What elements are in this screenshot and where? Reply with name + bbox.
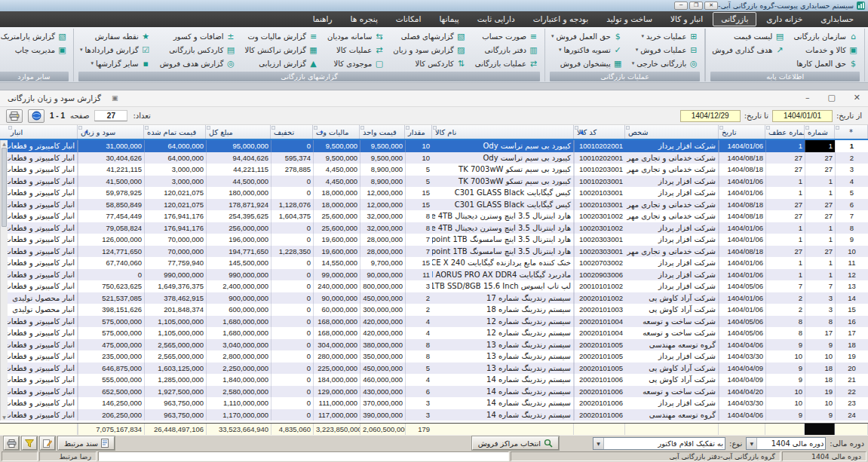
select-sales-centers-button[interactable]: انتخاب مراکز فروش (472, 436, 559, 450)
ribbon-item[interactable]: ⊟عملیات فروش▾ (630, 43, 701, 57)
ribbon-item[interactable]: ↗هدف گذاری فروش (710, 43, 786, 57)
table-row[interactable]: 171781404/05/06شرکت ساخت و توسعه20020101… (0, 327, 868, 339)
ribbon-item[interactable]: ▲گزارش ارزیابی (243, 57, 320, 70)
ribbon-tab[interactable]: انبار و کالا (662, 12, 711, 26)
ribbon-tab[interactable]: راهنما (305, 12, 341, 26)
ribbon-tab[interactable]: امکانات (388, 12, 430, 26)
close-button[interactable]: ✕ (704, 2, 718, 10)
ribbon-item[interactable]: ▣کالا و خدمات (792, 43, 860, 57)
column-header-qty[interactable]: مقدار (405, 125, 432, 139)
ribbon-item[interactable]: ▤لیست قیمت (710, 29, 786, 43)
filter-button[interactable] (22, 436, 37, 450)
chevron-down-icon[interactable]: ▼ (593, 438, 604, 449)
ribbon-item[interactable]: ☑گزارش قراردادها▾ (78, 43, 152, 57)
ribbon-item[interactable]: ▢موجودی کالا (326, 57, 385, 70)
ribbon-tab[interactable]: دارایی ثابت (469, 12, 523, 26)
ribbon-tab[interactable]: بازرگانی (713, 12, 756, 26)
table-row[interactable]: 9111404/01/06شرکت افزار پرداز10020303001… (0, 234, 868, 246)
ribbon-item[interactable]: ◎بازرگانی خارجی▾ (630, 57, 701, 70)
related-document-button[interactable]: سند مرتبط (58, 436, 115, 450)
table-row[interactable]: 11111404/01/06شرکت افزار پرداز1002070300… (0, 257, 868, 269)
table-row[interactable]: 16881404/05/06شرکت ساخت و توسعه200201010… (0, 316, 868, 328)
ribbon-tab[interactable]: حسابداری (812, 12, 862, 26)
ribbon-item[interactable]: ⌂سازمان بازرگانی (792, 29, 860, 43)
ribbon-item[interactable]: $حق العمل فروش▾ (550, 29, 624, 43)
table-row[interactable]: 13771404/05/06شرکت افزار پرداز2001010100… (0, 280, 868, 292)
table-row[interactable]: 327271404/08/18شرکت خدماتی و تجاری مهر10… (0, 164, 868, 176)
ribbon-item[interactable]: ▣مدیریت چاپ (0, 43, 69, 57)
minimize-button[interactable]: ─ (674, 2, 688, 10)
ribbon-item[interactable]: ⇄عملیات بازرگانی (474, 57, 540, 70)
column-header-ref[interactable]: شماره عطف (765, 125, 805, 139)
table-row[interactable]: 24991404/04/06گروه توسعه مهندسی200201010… (0, 409, 868, 421)
report-type-combo[interactable]: به تفکیک اقلام فاکتور ▼ (593, 437, 725, 450)
table-row[interactable]: 2219101404/04/20شرکت ساخت و توسعه2002010… (0, 386, 868, 398)
table-row[interactable]: 727271404/08/18شرکت خدماتی و تجاری مهر10… (0, 210, 868, 222)
table-row[interactable]: 1027271404/08/18شرکت خدماتی و تجاری مهر1… (0, 246, 868, 258)
column-header-profit[interactable]: ✦سود و زیان (78, 125, 144, 139)
print-report-button[interactable] (6, 109, 23, 123)
column-header-unit[interactable]: قیمت واحد (360, 125, 405, 139)
ribbon-item[interactable]: ⇆سامانه مودیان (326, 29, 385, 43)
table-row[interactable]: 211891404/04/09شرکت آراد کاوش پی20020101… (0, 374, 868, 386)
column-header-date[interactable]: تاریخ (719, 125, 765, 139)
table-row[interactable]: 14321404/01/06شرکت آراد کاوش پی200201010… (0, 292, 868, 304)
scrollbar-thumb[interactable] (2, 148, 7, 227)
ribbon-item[interactable]: ◎گزارش هدف فروش (158, 57, 238, 70)
from-date-field[interactable]: 1404/01/01 (772, 110, 833, 122)
column-header-idx[interactable]: * (835, 125, 868, 139)
table-row[interactable]: 201891404/04/09شرکت آراد کاوش پی20020101… (0, 363, 868, 375)
ribbon-tab[interactable]: پیمانها (431, 12, 467, 26)
ribbon-item[interactable]: ▤کاردکس بازرگانی (158, 43, 238, 57)
report-maximize-button[interactable]: ▢ (827, 92, 835, 104)
ribbon-tab[interactable]: ساخت و تولید (598, 12, 661, 26)
ribbon-item[interactable]: ✓تسویه فاکتورها▾ (550, 43, 624, 57)
column-header-person[interactable]: شخص (625, 125, 719, 139)
ribbon-item[interactable]: ±اضافات و کسور (158, 29, 238, 43)
column-header-code[interactable]: ▲کد کالا (574, 125, 625, 139)
column-header-name[interactable]: نام کالا (432, 125, 574, 139)
ribbon-item[interactable]: ⊞عملیات خرید▾ (630, 29, 701, 43)
ribbon-item[interactable]: ▧گزارشهای فصلی (391, 29, 467, 43)
currency-globe-button[interactable] (28, 109, 44, 123)
fiscal-period-combo[interactable]: دوره مالی 1404 ▼ (746, 437, 826, 450)
ribbon-item[interactable]: ≡صورت حساب (474, 29, 540, 43)
table-row[interactable]: 5111404/01/06شرکت افزار پرداز10020103001… (0, 187, 868, 199)
table-row[interactable]: 2310101404/03/30شرکت افزار پرداز20020101… (0, 397, 868, 409)
table-row[interactable]: 227271404/08/18شرکت خدماتی و تجاری مهر10… (0, 152, 868, 164)
ribbon-item[interactable]: ⇄عملیات کالا (326, 43, 385, 57)
ribbon-tab[interactable]: بودجه و اعتبارات (525, 12, 597, 26)
to-date-field[interactable]: 1404/12/29 (680, 110, 741, 122)
table-row[interactable]: 627271404/08/18شرکت خدماتی و تجاری مهر10… (0, 199, 868, 211)
ribbon-item[interactable]: ▦پیشخوان فروش (550, 57, 624, 70)
column-header-disc[interactable]: تخفیف (271, 125, 313, 139)
ribbon-tab[interactable]: پنجره ها (342, 12, 386, 26)
ribbon-item[interactable]: ▨گزارش سود و زیان (391, 43, 467, 57)
table-row[interactable]: 12111404/01/06شرکت افزار پرداز1002090300… (0, 269, 868, 281)
report-minimize-button[interactable]: – (805, 92, 810, 104)
restore-button[interactable]: ❐ (689, 2, 703, 10)
column-header-total[interactable]: مبلغ کل (206, 125, 271, 139)
ribbon-item[interactable]: ▦گزارش تراکنش کالا (243, 43, 320, 57)
column-header-store[interactable]: انبار (8, 125, 78, 139)
column-header-no[interactable]: شماره (805, 125, 835, 139)
chevron-down-icon[interactable]: ▼ (747, 438, 757, 449)
vertical-scrollbar[interactable]: ▲ ▼ (0, 140, 8, 421)
ribbon-tab[interactable]: خزانه داری (758, 12, 811, 26)
ribbon-item[interactable]: $حق العمل کارها (792, 57, 860, 70)
table-row[interactable]: 8111404/01/06شرکت افزار پرداز10020301002… (0, 222, 868, 234)
note-edit-button[interactable] (40, 436, 55, 450)
table-row[interactable]: 1910101404/03/30شرکت افزار پرداز20020101… (0, 350, 868, 363)
column-header-vat[interactable]: ✦مالیات وت (313, 125, 360, 139)
ribbon-item[interactable]: ▪سایر گزارشها▾ (78, 57, 152, 70)
scroll-up-icon[interactable]: ▲ (1, 141, 8, 146)
table-row[interactable]: 4111404/01/06شرکت افزار پرداز10010203001… (0, 176, 868, 188)
ribbon-item[interactable]: ⇅کاردکس کالا (391, 57, 467, 70)
ribbon-item[interactable]: ▥دفتر بازرگانی (474, 43, 540, 57)
ribbon-item[interactable]: ▧گزارش پارامتریک (0, 29, 69, 43)
table-row[interactable]: 18991404/04/06گروه توسعه مهندسی200201010… (0, 339, 868, 351)
report-close-button[interactable]: ✕ (854, 92, 860, 104)
ribbon-item[interactable]: ≡گزارش مالیات وت (243, 29, 320, 43)
column-header-cost[interactable]: قیمت تمام شده (144, 125, 206, 139)
ribbon-item[interactable]: ★نقطه سفارش (78, 29, 152, 43)
